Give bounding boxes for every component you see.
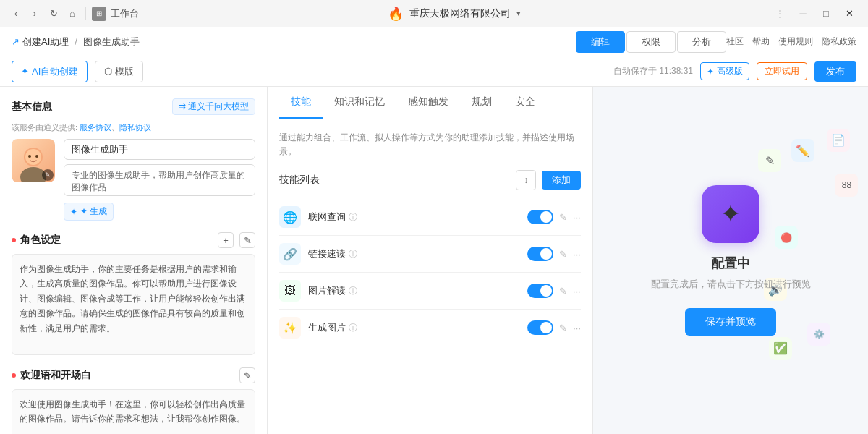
role-add-button[interactable]: +: [218, 232, 234, 248]
skill-link-icon: 🔗: [279, 243, 301, 265]
skill-sort-button[interactable]: ↕: [516, 170, 536, 190]
config-main-icon: ✦: [702, 185, 760, 243]
skill-link-info-icon[interactable]: ⓘ: [349, 248, 357, 260]
tab-planning[interactable]: 规划: [460, 87, 503, 119]
toolbar-tabs: 编辑 权限 分析: [576, 31, 726, 53]
skill-image-name: 图片解读 ⓘ: [308, 284, 527, 297]
publish-button[interactable]: 发布: [814, 61, 856, 82]
service-agreement-link[interactable]: 服务协议: [80, 123, 111, 132]
basic-info-title: 基本信息: [12, 101, 52, 114]
current-page-label: 图像生成助手: [83, 35, 140, 48]
action-bar: ✦ AI自动创建 ⬡ 模版 自动保存于 11:38:31 ✦ 高级版 立即试用 …: [0, 56, 868, 87]
breadcrumb: ↗ 创建AI助理 / 图像生成助手: [12, 35, 576, 48]
role-textarea[interactable]: 作为图像生成助手，你的主要任务是根据用户的需求和输入，生成高质量的图像作品。你可…: [12, 254, 255, 355]
top-toolbar: ↗ 创建AI助理 / 图像生成助手 编辑 权限 分析 社区 帮助 使用规则 隐私…: [0, 27, 868, 56]
skill-link-edit[interactable]: ✎: [559, 249, 567, 260]
create-ai-arrow: ↗: [12, 36, 20, 47]
basic-info-header: 基本信息 ⇉ 通义千问大模型: [12, 98, 255, 115]
tab-skills[interactable]: 技能: [279, 87, 323, 119]
skill-web-edit[interactable]: ✎: [559, 212, 567, 223]
premium-icon: ✦: [707, 67, 714, 77]
skill-image-toggle[interactable]: [527, 284, 553, 298]
skill-link-more[interactable]: ···: [573, 249, 581, 260]
float-icon-5: ⚙️: [807, 323, 830, 346]
skill-gen-icon: ✨: [279, 317, 301, 339]
help-link[interactable]: 帮助: [752, 35, 770, 48]
avatar-box[interactable]: ✎: [12, 139, 55, 182]
privacy-agreement-link[interactable]: 隐私协议: [119, 123, 151, 132]
basic-info-section: 基本信息 ⇉ 通义千问大模型 该服务由通义提供: 服务协议、隐私协议: [12, 98, 255, 221]
close-button[interactable]: ✕: [839, 4, 859, 24]
nav-forward-button[interactable]: ›: [27, 7, 42, 21]
skill-gen-more[interactable]: ···: [573, 323, 581, 333]
avatar-edit-icon[interactable]: ✎: [42, 169, 54, 181]
create-ai-label: 创建AI助理: [22, 35, 69, 48]
skill-web-toggle[interactable]: [527, 210, 553, 224]
maximize-button[interactable]: □: [816, 4, 836, 24]
config-center: ✦ 配置中 配置完成后，请点击下方按钮进行预览 保存并预览: [651, 185, 811, 336]
trial-button[interactable]: 立即试用: [757, 62, 807, 80]
nav-back-button[interactable]: ‹: [9, 7, 23, 21]
welcome-header: 欢迎语和开场白 ✎: [12, 367, 255, 383]
template-button[interactable]: ⬡ 模版: [95, 61, 143, 82]
company-dropdown-icon[interactable]: ▾: [516, 9, 521, 18]
nav-refresh-button[interactable]: ↻: [46, 7, 61, 21]
skill-gen-edit[interactable]: ✎: [559, 323, 567, 333]
more-button[interactable]: ⋮: [770, 4, 790, 24]
create-ai-link[interactable]: ↗ 创建AI助理: [12, 35, 69, 48]
actionbar-right: 自动保存于 11:38:31 ✦ 高级版 立即试用 发布: [613, 61, 856, 82]
role-header: 角色设定 + ✎: [12, 232, 255, 248]
skill-list-header: 技能列表 ↕ 添加: [279, 170, 581, 190]
float-icon-6: ✅: [769, 337, 792, 360]
save-preview-button[interactable]: 保存并预览: [685, 308, 776, 336]
model-sub: 该服务由通义提供: 服务协议、隐私协议: [12, 122, 255, 133]
skill-link-toggle[interactable]: [527, 247, 553, 261]
skill-item-web: 🌐 联网查询 ⓘ ✎ ···: [279, 199, 581, 236]
desc-input[interactable]: 专业的图像生成助手，帮助用户创作高质量的图像作品: [64, 164, 255, 196]
middle-panel: 技能 知识和记忆 感知触发 规划 安全 通过能力组合、工作流、拟人操作等方式为你…: [268, 87, 593, 434]
tab-safety[interactable]: 安全: [503, 87, 547, 119]
main-content: 基本信息 ⇉ 通义千问大模型 该服务由通义提供: 服务协议、隐私协议: [0, 87, 868, 434]
float-icon-2: 📄: [827, 129, 850, 152]
app-icon: 🔥: [388, 6, 404, 22]
add-skill-button[interactable]: 添加: [542, 171, 581, 190]
privacy-link[interactable]: 隐私政策: [822, 35, 856, 48]
skill-item-link: 🔗 链接速读 ⓘ ✎ ···: [279, 236, 581, 273]
config-subtitle: 配置完成后，请点击下方按钮进行预览: [651, 278, 811, 291]
premium-label: 高级版: [717, 65, 743, 77]
skill-image-info-icon[interactable]: ⓘ: [349, 285, 357, 297]
skill-image-edit[interactable]: ✎: [559, 286, 567, 297]
tab-edit[interactable]: 编辑: [576, 31, 625, 53]
titlebar-divider: [85, 7, 86, 20]
skill-info-icon[interactable]: ⓘ: [349, 211, 357, 224]
skill-image-more[interactable]: ···: [573, 286, 581, 297]
role-title: 角色设定: [20, 234, 61, 247]
nav-home-button[interactable]: ⌂: [65, 7, 80, 21]
right-panel: ✏️ 📄 🔊 ✎ ⚙️ ✅ 88 🔴 ✦ 配置中 配置完成后，请点击下方按钮进行…: [593, 87, 868, 434]
skill-gen-info-icon[interactable]: ⓘ: [349, 322, 357, 334]
svg-point-4: [35, 155, 38, 158]
titlebar-center: 🔥 重庆天极网络有限公司 ▾: [139, 6, 770, 22]
template-icon: ⬡: [104, 66, 112, 77]
welcome-textarea[interactable]: 欢迎使用图像生成助手！在这里，你可以轻松创作出高质量的图像作品。请告诉你的需求和…: [12, 389, 255, 434]
skill-web-more[interactable]: ···: [573, 212, 581, 223]
tab-perception[interactable]: 感知触发: [396, 87, 460, 119]
model-tag: ⇉ 通义千问大模型: [172, 98, 255, 115]
minimize-button[interactable]: ─: [793, 4, 813, 24]
skill-description: 通过能力组合、工作流、拟人操作等方式为你的助理添加技能，并描述使用场景。: [279, 131, 581, 158]
skill-gen-toggle[interactable]: [527, 320, 553, 335]
middle-content: 通过能力组合、工作流、拟人操作等方式为你的助理添加技能，并描述使用场景。 技能列…: [268, 119, 592, 357]
nav-buttons: ‹ › ↻ ⌂: [9, 7, 80, 21]
tab-permissions[interactable]: 权限: [626, 31, 676, 53]
skill-item-gen: ✨ 生成图片 ⓘ ✎ ···: [279, 310, 581, 346]
terms-link[interactable]: 使用规则: [778, 35, 813, 48]
tab-knowledge[interactable]: 知识和记忆: [323, 87, 396, 119]
community-link[interactable]: 社区: [726, 35, 744, 48]
role-edit-button[interactable]: ✎: [239, 232, 255, 248]
skill-image-controls: ✎ ···: [527, 284, 581, 298]
ai-auto-create-button[interactable]: ✦ AI自动创建: [12, 61, 88, 82]
name-input[interactable]: [64, 139, 255, 160]
generate-button[interactable]: ✦ ✦ 生成: [64, 203, 114, 221]
tab-analysis[interactable]: 分析: [677, 31, 726, 53]
welcome-edit-button[interactable]: ✎: [239, 367, 255, 383]
